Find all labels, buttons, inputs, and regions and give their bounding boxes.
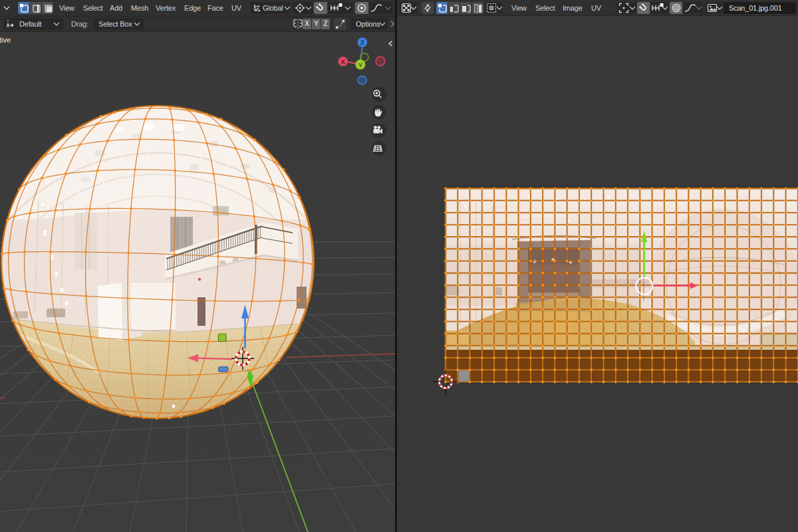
svg-text:Z: Z [360, 39, 364, 46]
svg-text:tive: tive [0, 36, 11, 44]
svg-text:X: X [341, 58, 346, 65]
svg-text:Y: Y [358, 61, 363, 68]
